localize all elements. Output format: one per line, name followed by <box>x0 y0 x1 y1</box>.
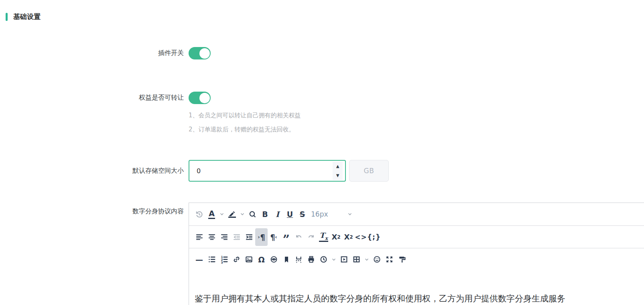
help-line-1: 1、会员之间可以转让自己拥有的相关权益 <box>189 111 644 119</box>
font-size-value: 16px <box>311 210 328 218</box>
agreement-label: 数字分身协议内容 <box>0 203 184 216</box>
search-replace-icon[interactable] <box>246 205 259 223</box>
strikethrough-icon[interactable]: S <box>296 205 309 223</box>
editor-toolbar-row-3: — 1 2 3 <box>189 248 644 270</box>
fullscreen-icon[interactable] <box>383 251 396 268</box>
italic-icon[interactable]: I <box>271 205 284 223</box>
preview-eye-icon[interactable] <box>268 251 280 268</box>
font-color-chevron-icon[interactable] <box>218 205 226 223</box>
form-row-transferable: 权益是否可转让 <box>0 92 644 104</box>
storage-size-input[interactable] <box>189 161 345 181</box>
history-icon[interactable] <box>193 205 205 223</box>
image-icon[interactable] <box>243 251 255 268</box>
align-center-icon[interactable] <box>205 228 218 246</box>
editor-toolbar-row-2: ›¶ ¶‹ ” <box>189 225 644 248</box>
link-icon[interactable] <box>230 251 243 268</box>
table-chevron-icon[interactable] <box>363 251 371 268</box>
numbered-list-icon[interactable]: 1 2 3 <box>218 251 230 268</box>
insert-datetime-icon[interactable] <box>317 251 330 268</box>
ltr-icon[interactable]: ›¶ <box>255 228 268 246</box>
editor-toolbar-row-1: A <box>189 203 644 225</box>
form-row-storage-size: 默认存储空间大小 ▲ ▼ GB <box>0 160 644 182</box>
superscript-icon[interactable]: X2 <box>342 228 355 246</box>
font-size-dropdown[interactable]: 16px <box>309 205 355 223</box>
rtl-icon[interactable]: ¶‹ <box>268 228 280 246</box>
number-stepper: ▲ ▼ <box>333 162 343 180</box>
page-break-icon[interactable] <box>293 251 305 268</box>
align-left-icon[interactable] <box>193 228 205 246</box>
clear-formatting-icon[interactable]: Tx <box>317 228 330 246</box>
storage-unit-suffix: GB <box>349 160 389 182</box>
undo-icon[interactable] <box>293 228 305 246</box>
settings-page: 基础设置 插件开关 权益是否可转让 1、会员之间可以转让自己拥有的相关权益 2、… <box>0 0 644 305</box>
plugin-switch-toggle[interactable] <box>189 47 211 59</box>
editor-content-area[interactable]: 鉴于用户拥有其本人或其指定人员的数字分身的所有权和使用权，乙方为用户提供数字分身… <box>189 270 644 305</box>
transferable-label: 权益是否可转让 <box>0 94 184 102</box>
stepper-up-icon[interactable]: ▲ <box>333 162 343 171</box>
inline-code-icon[interactable]: <> <box>355 228 367 246</box>
emoji-icon[interactable] <box>371 251 383 268</box>
redo-icon[interactable] <box>305 228 317 246</box>
rich-text-editor: A <box>189 203 644 305</box>
code-block-icon[interactable]: {;} <box>367 228 381 246</box>
table-icon[interactable] <box>350 251 363 268</box>
format-painter-icon[interactable] <box>396 251 408 268</box>
font-color-icon[interactable]: A <box>205 205 218 223</box>
plugin-switch-label: 插件开关 <box>0 49 184 57</box>
align-right-icon[interactable] <box>218 228 230 246</box>
svg-text:3: 3 <box>221 261 223 264</box>
highlight-color-icon[interactable] <box>226 205 238 223</box>
transferable-toggle[interactable] <box>189 92 211 104</box>
toggle-knob <box>199 48 210 59</box>
highlight-color-chevron-icon[interactable] <box>238 205 246 223</box>
accent-bar <box>6 13 8 21</box>
special-char-icon[interactable]: Ω <box>255 251 268 268</box>
transferable-help: 1、会员之间可以转让自己拥有的相关权益 2、订单退款后，转赠的权益无法回收。 <box>189 111 644 133</box>
outdent-icon[interactable] <box>230 228 243 246</box>
toggle-knob <box>199 93 210 103</box>
horizontal-rule-icon[interactable]: — <box>193 251 205 268</box>
section-header: 基础设置 <box>0 0 644 21</box>
indent-icon[interactable] <box>243 228 255 246</box>
page-title: 基础设置 <box>13 12 41 21</box>
form-row-plugin-switch: 插件开关 <box>0 47 644 59</box>
datetime-chevron-icon[interactable] <box>330 251 338 268</box>
bullet-list-icon[interactable] <box>205 251 218 268</box>
bookmark-icon[interactable] <box>280 251 293 268</box>
form-row-agreement: 数字分身协议内容 A <box>0 203 644 305</box>
media-icon[interactable] <box>338 251 350 268</box>
help-line-2: 2、订单退款后，转赠的权益无法回收。 <box>189 125 644 133</box>
print-icon[interactable] <box>305 251 317 268</box>
subscript-icon[interactable]: X2 <box>330 228 342 246</box>
bold-icon[interactable]: B <box>259 205 271 223</box>
blockquote-icon[interactable]: ” <box>280 228 293 246</box>
storage-size-label: 默认存储空间大小 <box>0 167 184 175</box>
stepper-down-icon[interactable]: ▼ <box>333 171 343 180</box>
storage-size-input-wrap: ▲ ▼ <box>189 160 346 182</box>
underline-icon[interactable]: U <box>284 205 296 223</box>
chevron-down-icon <box>347 211 353 217</box>
